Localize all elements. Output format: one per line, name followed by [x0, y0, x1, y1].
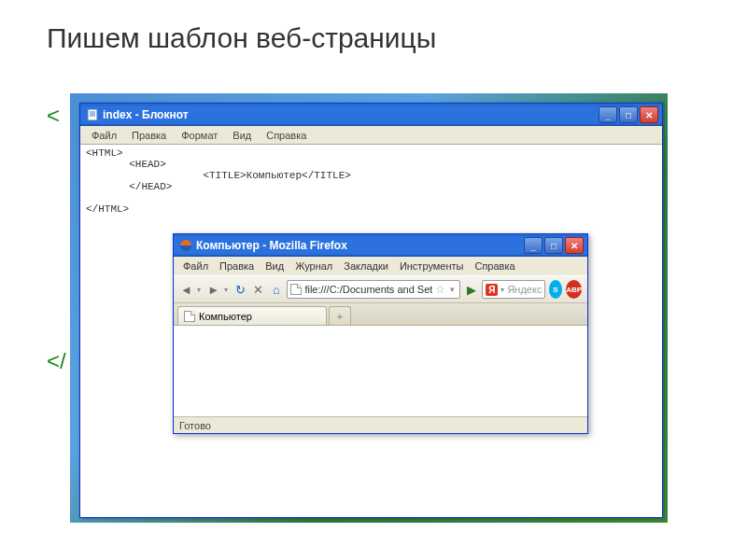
minimize-button[interactable]: _ — [524, 237, 543, 254]
forward-dropdown-icon[interactable]: ▾ — [224, 286, 228, 294]
firefox-icon — [179, 239, 192, 252]
menu-file[interactable]: Файл — [177, 259, 214, 273]
minimize-button[interactable]: _ — [599, 106, 617, 123]
firefox-statusbar: Готово — [174, 416, 587, 433]
menu-view[interactable]: Вид — [260, 259, 289, 273]
menu-history[interactable]: Журнал — [289, 259, 338, 273]
svg-rect-0 — [88, 109, 97, 120]
notepad-icon — [86, 108, 99, 121]
menu-bookmarks[interactable]: Закладки — [338, 259, 394, 273]
menu-edit[interactable]: Правка — [124, 128, 174, 143]
status-text: Готово — [179, 420, 211, 431]
menu-format[interactable]: Формат — [174, 128, 225, 143]
close-button[interactable]: ✕ — [565, 237, 584, 254]
firefox-window: Компьютер - Mozilla Firefox _ □ ✕ Файл П… — [173, 233, 588, 434]
maximize-button[interactable]: □ — [619, 106, 638, 123]
svg-text:S: S — [554, 286, 559, 294]
maximize-button[interactable]: □ — [544, 237, 563, 254]
stop-button[interactable]: ✕ — [251, 279, 265, 300]
firefox-menubar: Файл Правка Вид Журнал Закладки Инструме… — [174, 257, 587, 275]
firefox-titlebar[interactable]: Компьютер - Mozilla Firefox _ □ ✕ — [174, 234, 587, 257]
menu-file[interactable]: Файл — [84, 128, 124, 143]
menu-help[interactable]: Справка — [469, 259, 520, 273]
menu-help[interactable]: Справка — [259, 128, 314, 143]
notepad-titlebar[interactable]: index - Блокнот _ □ ✕ — [80, 104, 662, 126]
menu-tools[interactable]: Инструменты — [394, 259, 470, 273]
page-icon — [290, 284, 302, 295]
go-button[interactable]: ▶ — [464, 279, 478, 300]
close-button[interactable]: ✕ — [640, 106, 658, 123]
bookmark-star-icon[interactable]: ☆ — [435, 283, 445, 296]
new-tab-button[interactable]: + — [329, 306, 351, 325]
url-text: file:///C:/Documents and Set — [304, 284, 432, 295]
tab-active[interactable]: Компьютер — [177, 306, 327, 325]
back-button[interactable]: ◄ — [179, 279, 193, 300]
reload-button[interactable]: ↻ — [233, 279, 247, 300]
background-code-fragment: < </ — [47, 103, 66, 374]
notepad-menubar: Файл Правка Формат Вид Справка — [80, 126, 662, 145]
tab-title: Компьютер — [199, 311, 252, 322]
url-bar[interactable]: file:///C:/Documents and Set ☆ ▾ — [287, 280, 460, 299]
firefox-toolbar: ◄ ▾ ► ▾ ↻ ✕ ⌂ file:///C:/Documents and S… — [174, 275, 587, 303]
yandex-icon: Я — [486, 284, 498, 296]
firefox-page-content[interactable] — [174, 326, 587, 416]
firefox-title-text: Компьютер - Mozilla Firefox — [196, 239, 524, 252]
home-button[interactable]: ⌂ — [269, 279, 283, 300]
notepad-title-text: index - Блокнот — [103, 108, 599, 121]
abp-extension-icon[interactable]: ABP — [566, 280, 582, 299]
url-dropdown-icon[interactable]: ▾ — [448, 285, 457, 294]
search-placeholder: Яндекс — [507, 284, 542, 295]
slide-title: Пишем шаблон веб-страницы — [0, 0, 747, 54]
back-dropdown-icon[interactable]: ▾ — [197, 286, 201, 294]
page-icon — [184, 311, 195, 322]
firefox-tabbar: Компьютер + — [174, 303, 587, 326]
menu-view[interactable]: Вид — [225, 128, 259, 143]
menu-edit[interactable]: Правка — [214, 259, 260, 273]
skype-extension-icon[interactable]: S — [549, 280, 562, 299]
forward-button[interactable]: ► — [206, 279, 220, 300]
search-bar[interactable]: Я ▾ Яндекс — [482, 280, 545, 299]
